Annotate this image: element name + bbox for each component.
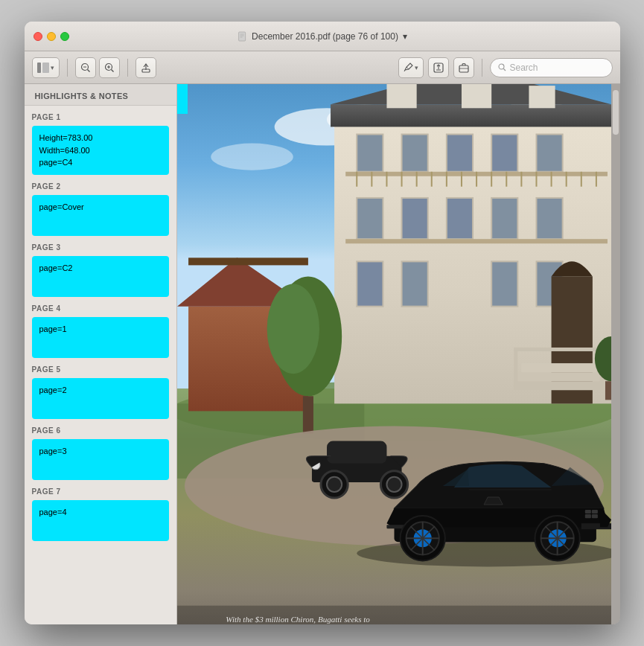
separator-2 — [127, 59, 128, 77]
window-title: December 2016.pdf (page 76 of 100) — [252, 31, 398, 42]
svg-rect-98 — [605, 381, 610, 400]
title-chevron[interactable]: ▾ — [403, 31, 407, 42]
svg-rect-128 — [584, 510, 590, 514]
svg-rect-104 — [327, 441, 386, 464]
highlight-card-1[interactable]: Height=783.00 Width=648.00 page=C4 — [32, 126, 169, 175]
page-section-7: PAGE 7 page=4 — [32, 486, 169, 541]
svg-rect-5 — [42, 63, 49, 73]
sidebar-toggle-button[interactable]: ▾ — [32, 57, 60, 78]
svg-rect-4 — [37, 63, 41, 73]
titlebar: December 2016.pdf (page 76 of 100) ▾ — [25, 22, 620, 51]
page-section-5: PAGE 5 page=2 — [32, 364, 169, 419]
svg-point-101 — [267, 284, 319, 374]
highlight-card-4[interactable]: page=1 — [32, 317, 169, 358]
svg-rect-129 — [591, 510, 597, 514]
page-label-1: PAGE 1 — [32, 112, 169, 123]
svg-rect-100 — [302, 396, 313, 433]
svg-line-12 — [111, 69, 113, 71]
share-button[interactable] — [136, 57, 156, 78]
page-label-5: PAGE 5 — [32, 364, 169, 375]
svg-rect-42 — [529, 86, 555, 108]
svg-rect-71 — [357, 198, 383, 239]
dropdown-arrow: ▾ — [51, 64, 54, 71]
export-icon — [433, 63, 444, 73]
page-section-2: PAGE 2 page=Cover — [32, 181, 169, 236]
search-placeholder: Search — [510, 63, 538, 73]
svg-rect-51 — [536, 134, 562, 171]
svg-point-22 — [499, 64, 504, 69]
svg-point-108 — [386, 477, 401, 492]
briefcase-icon — [459, 63, 469, 73]
highlight-card-3[interactable]: page=C2 — [32, 256, 169, 297]
svg-rect-45 — [401, 134, 427, 171]
svg-rect-82 — [357, 261, 383, 306]
page-label-3: PAGE 3 — [32, 242, 169, 253]
highlight-card-7[interactable]: page=4 — [32, 500, 169, 541]
separator-1 — [67, 59, 68, 77]
highlight-card-6[interactable]: page=3 — [32, 439, 169, 480]
annotate-button[interactable]: ▾ — [398, 57, 424, 78]
share-icon — [141, 63, 151, 73]
svg-rect-75 — [446, 198, 472, 239]
page-section-4: PAGE 4 page=1 — [32, 303, 169, 358]
sidebar-scroll-area[interactable]: PAGE 1 Height=783.00 Width=648.00 page=C… — [25, 106, 176, 624]
pdf-scrollbar-thumb[interactable] — [613, 90, 619, 135]
zoom-out-icon — [80, 63, 91, 73]
svg-rect-130 — [584, 514, 590, 518]
svg-line-15 — [407, 67, 409, 69]
window-title-area: December 2016.pdf (page 76 of 100) ▾ — [237, 31, 407, 42]
svg-rect-47 — [446, 134, 472, 171]
pdf-content: With the $3 million Chiron, Bugatti seek… — [177, 84, 611, 624]
action1-button[interactable] — [428, 57, 449, 78]
sidebar-header: HIGHLIGHTS & NOTES — [25, 84, 176, 106]
svg-rect-84 — [401, 261, 427, 306]
document-icon — [237, 31, 247, 42]
page-label-4: PAGE 4 — [32, 303, 169, 314]
page-section-3: PAGE 3 page=C2 — [32, 242, 169, 297]
search-box[interactable]: Search — [490, 58, 613, 77]
svg-point-28 — [211, 144, 293, 170]
page-section-6: PAGE 6 page=3 — [32, 425, 169, 480]
action2-button[interactable] — [453, 57, 474, 78]
svg-point-106 — [327, 477, 342, 492]
svg-rect-77 — [491, 198, 517, 239]
pdf-scrollbar[interactable] — [611, 84, 620, 624]
svg-rect-40 — [386, 84, 416, 108]
svg-rect-49 — [491, 134, 517, 171]
svg-rect-79 — [536, 198, 562, 239]
svg-rect-92 — [517, 372, 600, 381]
toolbar: ▾ — [25, 51, 620, 84]
cyan-bar — [177, 84, 188, 114]
svg-rect-81 — [345, 239, 608, 243]
highlight-card-5[interactable]: page=2 — [32, 378, 169, 419]
svg-rect-36 — [188, 258, 308, 265]
main-content: HIGHLIGHTS & NOTES PAGE 1 Height=783.00 … — [25, 84, 620, 624]
page-label-6: PAGE 6 — [32, 425, 169, 436]
svg-rect-20 — [459, 65, 468, 72]
fullscreen-button[interactable] — [60, 32, 69, 41]
svg-rect-91 — [514, 381, 604, 390]
highlights-sidebar: HIGHLIGHTS & NOTES PAGE 1 Height=783.00 … — [25, 84, 177, 624]
pdf-page: With the $3 million Chiron, Bugatti seek… — [177, 84, 611, 624]
minimize-button[interactable] — [47, 32, 56, 41]
svg-rect-73 — [401, 198, 427, 239]
page-label-2: PAGE 2 — [32, 181, 169, 192]
svg-rect-86 — [491, 261, 517, 306]
separator-3 — [482, 59, 482, 77]
close-button[interactable] — [34, 32, 42, 41]
sidebar-icon — [37, 63, 49, 73]
zoom-out-button[interactable] — [75, 57, 96, 78]
highlight-card-2[interactable]: page=Cover — [32, 195, 169, 236]
traffic-lights — [34, 32, 69, 41]
app-window: December 2016.pdf (page 76 of 100) ▾ ▾ — [25, 22, 620, 624]
pen-icon — [404, 63, 413, 72]
zoom-in-button[interactable] — [99, 57, 120, 78]
zoom-controls — [75, 57, 120, 78]
page-label-7: PAGE 7 — [32, 486, 169, 497]
svg-rect-131 — [591, 514, 597, 518]
svg-rect-41 — [461, 84, 491, 108]
caption-line1: With the $3 million Chiron, Bugatti seek… — [226, 615, 370, 624]
svg-rect-94 — [514, 348, 517, 388]
search-icon — [498, 63, 506, 71]
svg-rect-43 — [357, 134, 383, 171]
